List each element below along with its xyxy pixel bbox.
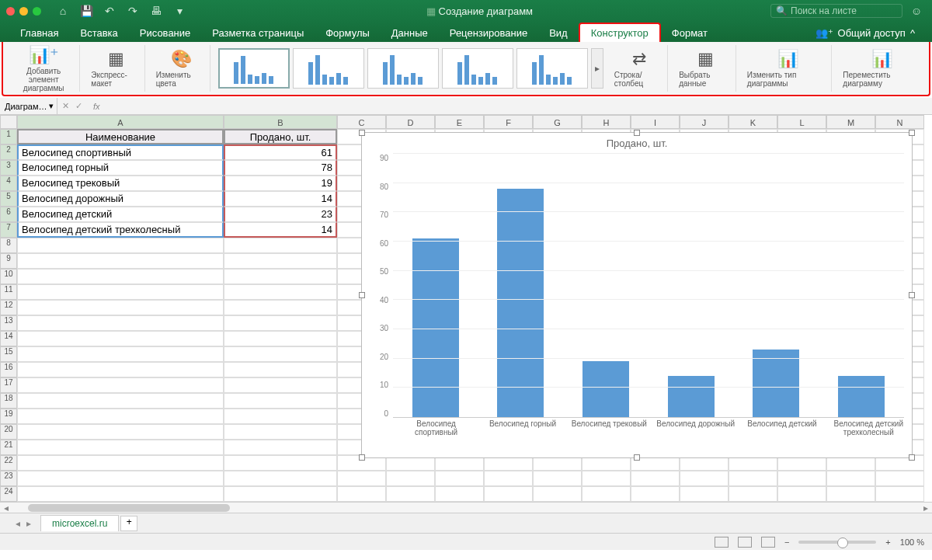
name-box[interactable]: Диаграм… ▾ [0,98,57,114]
cell[interactable] [17,471,224,486]
chart-bar[interactable] [497,189,544,417]
row-header[interactable]: 16 [0,362,17,377]
row-header[interactable]: 21 [0,440,17,455]
cell[interactable] [224,346,337,362]
row-header[interactable]: 3 [0,160,17,176]
cell[interactable] [826,486,875,502]
formula-input[interactable] [106,98,932,114]
user-icon[interactable]: ☺ [907,2,926,20]
cell[interactable] [533,486,582,502]
cell[interactable] [17,238,224,253]
cell[interactable] [17,300,224,315]
cell[interactable]: Велосипед горный [17,160,224,176]
tab-format[interactable]: Формат [661,24,718,42]
column-header[interactable]: C [337,115,386,129]
cell[interactable]: Продано, шт. [224,129,337,144]
chart-bar[interactable] [838,376,885,417]
share-button[interactable]: 👥⁺ Общий доступ ^ [808,24,923,42]
row-header[interactable]: 1 [0,129,17,144]
tab-view[interactable]: Вид [538,24,579,42]
undo-icon[interactable]: ↶ [100,2,119,20]
cell[interactable] [875,486,924,502]
tab-layout[interactable]: Разметка страницы [201,24,315,42]
cell[interactable] [826,471,875,486]
cell[interactable] [17,486,224,502]
column-header[interactable]: B [224,115,337,129]
cell[interactable] [17,377,224,393]
cell[interactable] [17,346,224,362]
cell[interactable]: 14 [224,222,337,238]
cell[interactable] [484,486,533,502]
cell[interactable]: Велосипед дорожный [17,191,224,207]
row-header[interactable]: 11 [0,284,17,300]
search-input[interactable]: 🔍 Поиск на листе [770,4,902,18]
cell[interactable] [680,486,729,502]
row-header[interactable]: 2 [0,144,17,160]
row-header[interactable]: 13 [0,315,17,331]
row-header[interactable]: 14 [0,331,17,346]
cell[interactable] [337,471,386,486]
cell[interactable] [224,253,337,269]
cell[interactable] [729,471,777,486]
cell[interactable] [224,471,337,486]
chart-style-4[interactable] [442,48,513,89]
chart-style-2[interactable] [293,48,364,89]
confirm-icon[interactable]: ✓ [75,101,82,111]
styles-next-icon[interactable]: ▸ [591,48,603,89]
tab-insert[interactable]: Вставка [69,24,128,42]
column-header[interactable]: A [17,115,224,129]
chart-bar[interactable] [753,350,799,417]
cell[interactable]: 14 [224,191,337,207]
cell[interactable] [224,300,337,315]
cell[interactable] [435,471,484,486]
chart-style-1[interactable] [218,48,290,89]
zoom-level[interactable]: 100 % [900,537,924,547]
cell[interactable]: Наименование [17,129,224,144]
cell[interactable]: Велосипед спортивный [17,144,224,160]
cell[interactable]: Велосипед трековый [17,176,224,191]
chart-plot-area[interactable]: 9080706050403020100 [362,154,912,418]
chart-bar[interactable] [582,361,629,417]
cell[interactable] [224,377,337,393]
cell[interactable] [224,269,337,284]
chart-title[interactable]: Продано, шт. [362,133,912,154]
cell[interactable]: 61 [224,144,337,160]
row-header[interactable]: 23 [0,471,17,486]
cell[interactable] [224,486,337,502]
home-icon[interactable]: ⌂ [54,2,72,20]
cell[interactable] [224,424,337,440]
row-header[interactable]: 17 [0,377,17,393]
cell[interactable] [17,315,224,331]
tab-formulas[interactable]: Формулы [315,24,381,42]
cell[interactable]: Велосипед детский трехколесный [17,222,224,238]
cell[interactable] [582,471,631,486]
row-header[interactable]: 5 [0,191,17,207]
cell[interactable] [224,393,337,409]
close-icon[interactable] [6,7,15,16]
column-header[interactable]: J [680,115,729,129]
column-header[interactable]: G [533,115,582,129]
row-header[interactable]: 4 [0,176,17,191]
cell[interactable] [435,486,484,502]
chart-style-5[interactable] [516,48,588,89]
cell[interactable] [631,471,680,486]
column-header[interactable]: L [777,115,826,129]
cell[interactable] [17,269,224,284]
add-chart-element-icon[interactable]: 📊⁺ [29,45,59,65]
cell[interactable] [680,471,729,486]
tab-draw[interactable]: Рисование [129,24,201,42]
row-header[interactable]: 6 [0,207,17,222]
column-header[interactable]: F [484,115,533,129]
quick-layout-icon[interactable]: ▦ [108,49,124,69]
column-header[interactable]: E [435,115,484,129]
cell[interactable] [582,486,631,502]
cell[interactable] [17,455,224,471]
cell[interactable] [17,362,224,377]
sheet-nav-next-icon[interactable]: ▸ [26,518,31,529]
cell[interactable] [17,393,224,409]
cell[interactable] [224,315,337,331]
cell[interactable] [875,471,924,486]
cell[interactable] [17,440,224,455]
cell[interactable] [777,486,826,502]
column-header[interactable]: I [631,115,680,129]
